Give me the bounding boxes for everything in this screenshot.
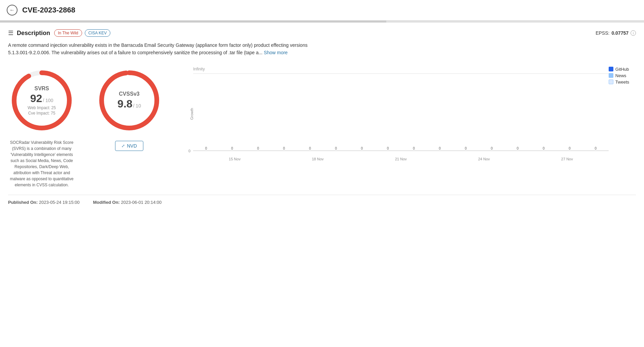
- back-icon: ←: [9, 7, 15, 13]
- svrs-center: SVRS 92 / 100 Web Impact: 25 Cve Impact:…: [28, 85, 56, 115]
- cvss-gauge: CVSSv3 9.8 / 10: [96, 67, 163, 134]
- description-icon: ☰: [8, 29, 13, 37]
- svrs-label: SVRS: [28, 85, 56, 91]
- svrs-score: 92: [30, 92, 42, 104]
- modified-date: 2023-06-01 20:14:00: [121, 200, 162, 205]
- published-on: Published On: 2023-05-24 19:15:00: [8, 200, 79, 205]
- x-label-2: 18 Nov: [312, 157, 324, 161]
- main-content: ☰ Description In The Wild CISA KEV EPSS:…: [0, 23, 644, 212]
- bar-chart: Infinity 0 Growth 0 0 0 0 0 0: [183, 67, 609, 161]
- bar-col-8: 0: [387, 147, 389, 151]
- news-dot: [609, 73, 613, 78]
- svrs-gauge: SVRS 92 / 100 Web Impact: 25 Cve Impact:…: [8, 67, 75, 134]
- y-zero-label: 0: [188, 149, 190, 153]
- badge-cisa-kev[interactable]: CISA KEV: [85, 29, 111, 37]
- x-axis: 15 Nov 18 Nov 21 Nov 24 Nov 27 Nov: [193, 156, 609, 161]
- page-header: ← CVE-2023-2868: [0, 0, 644, 21]
- cvss-label: CVSSv3: [117, 91, 141, 97]
- charts-area: SVRS 92 / 100 Web Impact: 25 Cve Impact:…: [8, 67, 636, 188]
- show-more-link[interactable]: Show more: [264, 50, 288, 55]
- bar-col-2: 0: [231, 147, 233, 151]
- bar-col-4: 0: [283, 147, 285, 151]
- grid-line-top: [193, 73, 609, 74]
- github-dot: [609, 67, 613, 71]
- chart-section: Infinity 0 Growth 0 0 0 0 0 0: [183, 67, 636, 161]
- tweets-label: Tweets: [615, 80, 629, 85]
- bar-col-6: 0: [335, 147, 337, 151]
- cvss-gauge-container: CVSSv3 9.8 / 10 ⤢ NVD: [96, 67, 163, 151]
- cvss-score: 9.8: [117, 97, 132, 110]
- bar-col-7: 0: [361, 147, 363, 151]
- bar-col-15: 0: [569, 147, 571, 151]
- bar-col-12: 0: [491, 147, 493, 151]
- bar-col-5: 0: [309, 147, 311, 151]
- epss-container: EPSS: 0.07757 i: [596, 30, 636, 36]
- dates-footer: Published On: 2023-05-24 19:15:00 Modifi…: [8, 195, 636, 205]
- x-label-5: 27 Nov: [561, 157, 573, 161]
- cvss-max: / 10: [133, 103, 141, 108]
- nvd-button[interactable]: ⤢ NVD: [115, 141, 143, 151]
- epss-prefix: EPSS:: [596, 30, 609, 36]
- bar-col-1: 0: [205, 147, 207, 151]
- bar-col-13: 0: [517, 147, 519, 151]
- bar-col-9: 0: [413, 147, 415, 151]
- x-label-4: 24 Nov: [478, 157, 490, 161]
- news-label: News: [615, 73, 627, 78]
- legend-github: GitHub: [609, 67, 629, 72]
- x-label-3: 21 Nov: [395, 157, 407, 161]
- chart-legend: GitHub News Tweets: [609, 67, 636, 85]
- chart-area: Infinity 0 Growth 0 0 0 0 0 0: [183, 67, 609, 161]
- legend-tweets: Tweets: [609, 80, 629, 85]
- bar-col-11: 0: [465, 147, 467, 151]
- section-title: Description: [17, 30, 50, 37]
- svrs-web-impact: Web Impact: 25: [28, 105, 56, 110]
- epss-value: 0.07757: [611, 30, 629, 36]
- bar-col-14: 0: [543, 147, 545, 151]
- svrs-cve-impact: Cve Impact: 75: [28, 111, 56, 115]
- bar-col-3: 0: [257, 147, 259, 151]
- published-date: 2023-05-24 19:15:00: [39, 200, 80, 205]
- svrs-gauge-container: SVRS 92 / 100 Web Impact: 25 Cve Impact:…: [8, 67, 75, 188]
- bars-row: 0 0 0 0 0 0 0 0 0 0 0 0 0: [193, 77, 609, 151]
- bar-col-16: 0: [595, 147, 597, 151]
- chart-and-legend: Infinity 0 Growth 0 0 0 0 0 0: [183, 67, 636, 161]
- tweets-dot: [609, 80, 613, 84]
- nvd-external-icon: ⤢: [121, 144, 125, 148]
- svrs-description: SOCRadar Vulnerability Risk Score (SVRS)…: [8, 139, 75, 188]
- bar-col-10: 0: [439, 147, 441, 151]
- section-header: ☰ Description In The Wild CISA KEV EPSS:…: [8, 29, 636, 37]
- x-label-1: 15 Nov: [229, 157, 241, 161]
- legend-news: News: [609, 73, 629, 78]
- epss-info-icon[interactable]: i: [631, 30, 636, 36]
- badge-in-the-wild[interactable]: In The Wild: [54, 29, 82, 37]
- page-title: CVE-2023-2868: [22, 6, 75, 14]
- back-button[interactable]: ←: [7, 5, 17, 15]
- description-text: A remote command injection vulnerability…: [8, 41, 311, 57]
- nvd-label: NVD: [127, 143, 137, 149]
- cvss-center: CVSSv3 9.8 / 10: [117, 91, 141, 110]
- modified-on: Modified On: 2023-06-01 20:14:00: [93, 200, 162, 205]
- svrs-max: / 100: [43, 97, 53, 103]
- infinity-label: Infinity: [193, 67, 205, 71]
- github-label: GitHub: [615, 67, 629, 72]
